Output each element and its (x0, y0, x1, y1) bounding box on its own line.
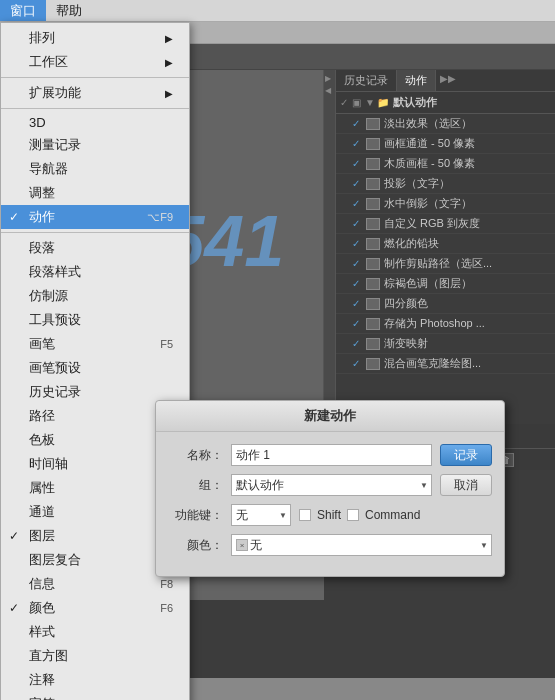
modifier-checkboxes: Shift Command (299, 508, 420, 522)
expand-icon[interactable]: ▶ (325, 74, 335, 84)
action-list-item[interactable]: ✓ 存储为 Photoshop ... (336, 314, 555, 334)
menu-item-3d[interactable]: 3D (1, 112, 189, 133)
action-check-icon: ✓ (352, 158, 364, 169)
action-list-item[interactable]: ✓ 水中倒影（文字） (336, 194, 555, 214)
arrow-icon: ▶ (165, 88, 173, 99)
folder-icon: ▼ (365, 97, 375, 108)
menu-item-styles[interactable]: 样式 (1, 620, 189, 644)
menu-item-paragraph-styles[interactable]: 段落样式 (1, 260, 189, 284)
action-list-item[interactable]: ✓ 制作剪贴路径（选区... (336, 254, 555, 274)
action-list-item[interactable]: ✓ 自定义 RGB 到灰度 (336, 214, 555, 234)
menu-section-2: 扩展功能 ▶ (1, 78, 189, 109)
command-checkbox[interactable] (347, 509, 359, 521)
action-list-item[interactable]: ✓ 投影（文字） (336, 174, 555, 194)
action-list-item[interactable]: ✓ 混合画笔克隆绘图... (336, 354, 555, 374)
group-select-wrapper: 默认动作 ▼ (231, 474, 432, 496)
menu-item-actions[interactable]: ✓ 动作 ⌥F9 (1, 205, 189, 229)
cancel-button[interactable]: 取消 (440, 474, 492, 496)
action-check-icon: ✓ (352, 338, 364, 349)
actions-group-header[interactable]: ✓ ▣ ▼ 📁 默认动作 (336, 92, 555, 114)
action-list-item[interactable]: ✓ 淡出效果（选区） (336, 114, 555, 134)
panel-menu-icon[interactable]: ▶▶ (436, 70, 460, 91)
action-check-icon: ✓ (352, 118, 364, 129)
menu-item-navigator[interactable]: 导航器 (1, 157, 189, 181)
menu-item-tool-presets[interactable]: 工具预设 (1, 308, 189, 332)
menu-item-brush[interactable]: 画笔 F5 (1, 332, 189, 356)
action-icon (366, 178, 380, 190)
menu-item-clone-source[interactable]: 仿制源 (1, 284, 189, 308)
check-icon: ✓ (340, 97, 348, 108)
action-name: 自定义 RGB 到灰度 (384, 216, 551, 231)
menu-item-character[interactable]: 字符 (1, 692, 189, 700)
shortcut-label: ⌥F9 (147, 211, 173, 224)
dialog-title: 新建动作 (156, 401, 504, 432)
dialog-color-row: 颜色： × 无 ▼ (168, 534, 492, 556)
color-select-wrapper: × 无 ▼ (231, 534, 492, 556)
funckey-select[interactable]: 无 (231, 504, 291, 526)
shift-label: Shift (317, 508, 341, 522)
action-icon (366, 238, 380, 250)
shortcut-label: F6 (160, 602, 173, 614)
menu-section-1: 排列 ▶ 工作区 ▶ (1, 23, 189, 78)
action-name: 投影（文字） (384, 176, 551, 191)
action-check-icon: ✓ (352, 358, 364, 369)
record-button[interactable]: 记录 (440, 444, 492, 466)
menu-section-3: 3D 测量记录 导航器 调整 ✓ 动作 ⌥F9 (1, 109, 189, 233)
folder-open-icon: 📁 (377, 97, 389, 108)
action-list[interactable]: ✓ 淡出效果（选区） ✓ 画框通道 - 50 像素 ✓ 木质画框 - 50 像素… (336, 114, 555, 424)
menu-item-measurement[interactable]: 测量记录 (1, 133, 189, 157)
name-input[interactable] (231, 444, 432, 466)
menu-item-paragraph[interactable]: 段落 (1, 236, 189, 260)
dialog-group-row: 组： 默认动作 ▼ 取消 (168, 474, 492, 496)
menu-item-window[interactable]: 窗口 (0, 0, 46, 21)
action-name: 水中倒影（文字） (384, 196, 551, 211)
arrow-icon: ▶ (165, 33, 173, 44)
menu-item-histogram[interactable]: 直方图 (1, 644, 189, 668)
menu-item-arrange[interactable]: 排列 ▶ (1, 26, 189, 50)
menu-item-help[interactable]: 帮助 (46, 0, 92, 21)
check-mark-icon: ✓ (9, 210, 19, 224)
tab-history[interactable]: 历史记录 (336, 70, 397, 91)
action-list-item[interactable]: ✓ 木质画框 - 50 像素 (336, 154, 555, 174)
group-label: 组： (168, 477, 223, 494)
menu-item-notes[interactable]: 注释 (1, 668, 189, 692)
action-list-item[interactable]: ✓ 燃化的铅块 (336, 234, 555, 254)
function-key-label: 功能键： (168, 507, 223, 524)
menu-item-adjust[interactable]: 调整 (1, 181, 189, 205)
action-name: 四分颜色 (384, 296, 551, 311)
command-label: Command (365, 508, 420, 522)
dialog-funckey-row: 功能键： 无 ▼ Shift Command (168, 504, 492, 526)
new-action-dialog: 新建动作 名称： 记录 组： 默认动作 ▼ 取消 (155, 400, 505, 577)
action-list-item[interactable]: ✓ 棕褐色调（图层） (336, 274, 555, 294)
action-name: 混合画笔克隆绘图... (384, 356, 551, 371)
color-label: 颜色： (168, 537, 223, 554)
menu-item-color[interactable]: ✓ 颜色 F6 (1, 596, 189, 620)
action-icon (366, 158, 380, 170)
menu-item-extensions[interactable]: 扩展功能 ▶ (1, 81, 189, 105)
action-check-icon: ✓ (352, 198, 364, 209)
action-check-icon: ✓ (352, 298, 364, 309)
action-icon (366, 298, 380, 310)
window-menu-dropdown: 排列 ▶ 工作区 ▶ 扩展功能 ▶ 3D 测量记录 导航器 调整 ✓ 动作 ⌥F… (0, 22, 190, 700)
action-icon (366, 118, 380, 130)
tab-actions[interactable]: 动作 (397, 70, 436, 91)
shortcut-label: F8 (160, 578, 173, 590)
menu-item-workspace[interactable]: 工作区 ▶ (1, 50, 189, 74)
dialog-body: 名称： 记录 组： 默认动作 ▼ 取消 (156, 432, 504, 576)
action-check-icon: ✓ (352, 138, 364, 149)
check-mark-icon: ✓ (9, 601, 19, 615)
action-list-item[interactable]: ✓ 画框通道 - 50 像素 (336, 134, 555, 154)
action-list-item[interactable]: ✓ 渐变映射 (336, 334, 555, 354)
menu-item-brush-presets[interactable]: 画笔预设 (1, 356, 189, 380)
shift-checkbox[interactable] (299, 509, 311, 521)
action-icon (366, 318, 380, 330)
shortcut-label: F5 (160, 338, 173, 350)
actions-group-name: 默认动作 (393, 95, 437, 110)
dialog-name-row: 名称： 记录 (168, 444, 492, 466)
collapse-icon[interactable]: ◀ (325, 86, 335, 96)
action-check-icon: ✓ (352, 258, 364, 269)
group-select[interactable]: 默认动作 (231, 474, 432, 496)
color-value: 无 (250, 537, 262, 554)
action-list-item[interactable]: ✓ 四分颜色 (336, 294, 555, 314)
arrow-icon: ▶ (165, 57, 173, 68)
